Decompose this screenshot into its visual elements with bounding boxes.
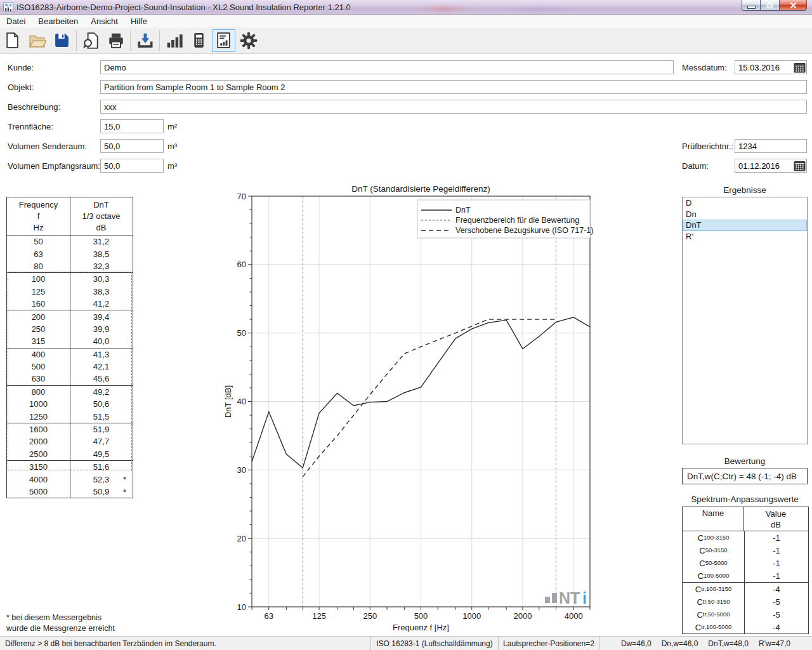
open-project-button[interactable] [25,29,49,52]
spectrum-row: Ctr,50-5000-5 [683,608,808,621]
result-item-dnt[interactable]: DnT [683,220,807,231]
trennflaeche-input[interactable] [100,119,164,133]
spectrum-value-cell: -1 [745,557,808,569]
footnote-line1: * bei diesem Messergebnis [6,613,115,623]
y-tick-label: 50 [237,328,246,338]
spectrum-value-cell: -1 [745,569,808,582]
pruefberichtnr-input[interactable] [735,139,807,153]
messdatum-input[interactable] [735,63,792,72]
y-tick-label: 20 [237,534,246,543]
window-title: ISO16283-Airborne-Demo-Project-Sound-Ins… [16,3,351,12]
objekt-input[interactable] [100,80,807,94]
datum-label: Datum: [682,159,709,173]
legend-label: Verschobene Bezugskurve (ISO 717-1) [455,226,593,235]
frequency-row-3150: 315051,6 [7,460,133,473]
menu-bearbeiten[interactable]: Bearbeiten [32,15,84,27]
export-button[interactable] [133,29,157,52]
calculator-icon [190,32,207,49]
menu-datei[interactable]: Datei [0,15,32,27]
frequency-cell: 500 [7,361,70,373]
nti-logo: NTi [545,589,587,607]
beschreibung-input[interactable] [100,100,807,114]
result-item-r[interactable]: R' [683,231,807,242]
frequency-table-body: 5031,26338,58032,310030,312538,316041,22… [7,235,133,498]
save-floppy-icon [53,32,70,49]
dnt-value-cell: 42,1 [70,361,132,373]
dnt-value-cell: 39,4 [70,310,132,322]
frequency-cell: 160 [7,298,70,310]
y-tick-label: 10 [237,602,246,612]
x-tick-label: 63 [265,611,273,621]
minimize-button[interactable] [742,0,761,11]
report-view-button[interactable] [212,29,235,52]
kunde-input[interactable] [100,60,674,74]
messdatum-calendar-button[interactable] [792,61,806,74]
results-listbox: DDnDnTR' [682,197,808,444]
datum-input[interactable] [735,161,792,171]
settings-button[interactable] [237,29,260,52]
frequency-row-630: 63045,6 [7,373,133,385]
spectrum-name-cell: Ctr,100-3150 [683,583,745,595]
restore-button[interactable] [761,0,779,11]
print-button[interactable] [104,29,128,52]
status-message: Differenz > 8 dB bei benachbarten Terzbä… [0,637,370,650]
frequency-row-160: 16041,2 [7,298,133,310]
dnt-value-cell: 38,3 [70,286,132,298]
pruefberichtnr-label: Prüfberichtnr.: [682,139,733,153]
dnt-value-cell: 49,5 [70,448,132,460]
x-tick-label: 500 [414,611,428,621]
rating-title: Bewertung [682,456,808,466]
frequency-row-80: 8032,3 [7,260,133,272]
menu-ansicht[interactable]: Ansicht [84,15,124,27]
x-tick-label: 1000 [462,611,481,621]
beschreibung-label: Beschreibung: [8,100,60,114]
menu-hilfe[interactable]: Hilfe [124,15,154,27]
rating-value: DnT,w(C;Ctr) = 48 (-1; -4) dB [687,472,797,481]
printer-icon [107,32,125,50]
spectrum-value-cell: -5 [745,608,808,621]
frequency-row-50: 5031,2 [7,235,133,248]
spectrum-row: Ctr,100-5000-4 [683,621,808,633]
status-value: DnT,w=48,0 [708,639,749,648]
volumen-empfangsraum-label: Volumen Empfangsraum: [8,159,100,173]
volumen-senderaum-input[interactable] [100,139,164,153]
save-button[interactable] [50,29,74,52]
new-document-button[interactable] [1,29,24,52]
print-preview-button[interactable] [79,29,103,52]
close-icon [790,2,797,9]
dnt-value-cell: 50,9* [70,486,132,498]
y-tick-label: 70 [237,192,246,201]
volumen-empfangsraum-unit: m³ [167,159,177,173]
status-value: Dn,w=46,0 [662,639,698,648]
volumen-empfangsraum-input[interactable] [100,159,164,173]
spectrum-value-cell: -4 [745,583,808,595]
levels-view-button[interactable] [162,29,186,52]
spectrum-row: Ctr,50-3150-5 [683,595,808,608]
objekt-label: Objekt: [8,80,34,94]
dnt-value-cell: 30,3 [70,273,132,285]
y-tick-label: 60 [237,260,246,269]
frequency-cell: 125 [7,286,70,298]
dnt-value-cell: 41,2 [70,298,132,310]
dnt-value-cell: 52,3* [70,473,132,485]
spectrum-value-cell: -4 [745,621,808,633]
dnt-value-cell: 41,3 [70,348,132,361]
frequency-cell: 200 [7,310,70,322]
results-title: Ergebnisse [682,185,808,195]
nti-logo-text: NT [559,589,580,607]
frequency-table-header: Frequency f Hz DnT 1/3 octave dB [7,197,133,235]
calculator-view-button[interactable] [187,29,211,52]
measurement-limit-footnote: * bei diesem Messergebnis wurde die Mess… [6,613,115,634]
status-standard: ISO 16283-1 (Luftschalldämmung) [370,637,498,650]
result-item-d[interactable]: D [683,197,807,209]
frequency-cell: 1250 [7,410,70,422]
result-item-dn[interactable]: Dn [683,209,807,220]
datum-calendar-button[interactable] [792,159,806,172]
report-chart-icon [215,32,232,49]
spectrum-value-cell: -1 [745,544,808,557]
messdatum-field [735,60,807,74]
freq-header-line: Frequency [19,199,58,211]
close-button[interactable] [779,0,807,11]
spectrum-name-cell: C100-5000 [683,569,745,582]
nti-logo-i: i [582,589,587,607]
